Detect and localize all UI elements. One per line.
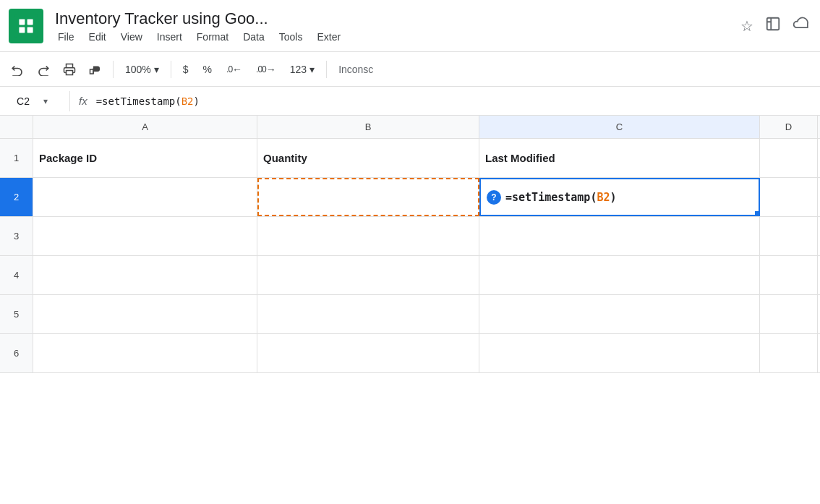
- decimal-increase-label: .00: [256, 64, 266, 74]
- formula-close: ): [194, 95, 200, 107]
- zoom-selector[interactable]: 100% ▾: [119, 62, 165, 77]
- drive-icon[interactable]: [765, 16, 781, 35]
- cell-c5[interactable]: [479, 295, 760, 333]
- percent-button[interactable]: %: [197, 58, 218, 81]
- fx-icon: fx: [76, 95, 90, 107]
- col-header-b[interactable]: B: [257, 116, 479, 138]
- formula-content[interactable]: =setTimestamp(B2): [96, 95, 814, 107]
- toolbar-divider-3: [326, 61, 327, 78]
- formula-bar: ▾ fx =setTimestamp(B2): [0, 87, 820, 116]
- title-icons: ☆: [740, 16, 811, 35]
- cell-ref-input[interactable]: [6, 95, 40, 107]
- decimal-decrease-label: .0: [226, 64, 232, 74]
- cell-b1-value: Quantity: [263, 152, 307, 164]
- cell-b2[interactable]: [257, 178, 479, 216]
- toolbar-divider-2: [171, 61, 171, 78]
- row-num-5[interactable]: 5: [0, 295, 33, 333]
- table-row: 4: [0, 256, 820, 295]
- col-header-a[interactable]: A: [33, 116, 257, 138]
- svg-rect-5: [767, 18, 780, 30]
- zoom-value: 100%: [125, 64, 151, 75]
- cell-c1-value: Last Modified: [485, 152, 555, 164]
- decimal-decrease-button[interactable]: .0 ←: [221, 58, 247, 81]
- spreadsheet: A B C D 1 Package ID Quantity Last Modif…: [0, 116, 820, 373]
- cell-b3[interactable]: [257, 217, 479, 255]
- currency-button[interactable]: $: [177, 58, 195, 81]
- svg-rect-6: [67, 70, 73, 74]
- menu-format[interactable]: Format: [191, 30, 234, 44]
- cell-c3[interactable]: [479, 217, 760, 255]
- cell-b5[interactable]: [257, 295, 479, 333]
- svg-rect-1: [19, 19, 25, 25]
- column-headers: A B C D: [0, 116, 820, 139]
- cell-c6[interactable]: [479, 334, 760, 372]
- cell-reference: ▾: [6, 95, 64, 107]
- cell-d6[interactable]: [760, 334, 818, 372]
- svg-rect-3: [19, 27, 25, 33]
- doc-title[interactable]: Inventory Tracker using Goo...: [52, 8, 732, 30]
- cell-ref-chevron-icon[interactable]: ▾: [43, 96, 48, 106]
- svg-rect-0: [14, 14, 38, 38]
- cell-c4[interactable]: [479, 256, 760, 294]
- cloud-icon[interactable]: [793, 16, 811, 35]
- decimal-increase-button[interactable]: .00 →: [250, 58, 281, 81]
- cell-d5[interactable]: [760, 295, 818, 333]
- more-formats-selector[interactable]: 123 ▾: [284, 62, 320, 77]
- toolbar-divider-1: [113, 61, 114, 78]
- cell-a1[interactable]: Package ID: [33, 139, 257, 177]
- col-header-c[interactable]: C: [479, 116, 760, 138]
- print-button[interactable]: [58, 58, 81, 81]
- cell-b1[interactable]: Quantity: [257, 139, 479, 177]
- cell-d2[interactable]: [760, 178, 818, 216]
- inconsistent-label: Inconsc: [338, 64, 373, 75]
- menu-tools[interactable]: Tools: [273, 30, 309, 44]
- star-icon[interactable]: ☆: [740, 17, 753, 35]
- cell-c2[interactable]: ? =setTimestamp(B2): [479, 178, 760, 216]
- title-area: Inventory Tracker using Goo... File Edit…: [52, 8, 732, 44]
- table-row: 3: [0, 217, 820, 256]
- cell-b4[interactable]: [257, 256, 479, 294]
- table-row: 5: [0, 295, 820, 334]
- cell-d3[interactable]: [760, 217, 818, 255]
- row-num-1[interactable]: 1: [0, 139, 33, 177]
- cell-a5[interactable]: [33, 295, 257, 333]
- undo-button[interactable]: [6, 58, 29, 81]
- cell-c1[interactable]: Last Modified: [479, 139, 760, 177]
- cell-a2[interactable]: [33, 178, 257, 216]
- menu-insert[interactable]: Insert: [151, 30, 188, 44]
- menu-extensions[interactable]: Exter: [311, 30, 346, 44]
- svg-rect-4: [27, 27, 33, 33]
- cell-d1[interactable]: [760, 139, 818, 177]
- row-num-2[interactable]: 2: [0, 178, 33, 216]
- menu-edit[interactable]: Edit: [83, 30, 112, 44]
- question-badge: ?: [487, 190, 501, 205]
- row-num-3[interactable]: 3: [0, 217, 33, 255]
- toolbar: 100% ▾ $ % .0 ← .00 → 123 ▾ Inconsc: [0, 52, 820, 87]
- menu-data[interactable]: Data: [237, 30, 270, 44]
- zoom-arrow-icon: ▾: [154, 64, 159, 75]
- cell-a3[interactable]: [33, 217, 257, 255]
- cell-c2-formula: =setTimestamp(B2): [505, 191, 617, 204]
- cell-a4[interactable]: [33, 256, 257, 294]
- table-row: 2 ? =setTimestamp(B2): [0, 178, 820, 217]
- formula-b2-ref: B2: [597, 191, 610, 204]
- cell-a6[interactable]: [33, 334, 257, 372]
- menu-bar: File Edit View Insert Format Data Tools …: [52, 30, 732, 44]
- redo-button[interactable]: [32, 58, 55, 81]
- more-formats-label: 123: [290, 64, 307, 75]
- col-header-d[interactable]: D: [760, 116, 818, 138]
- formula-prefix: =setTimestamp(: [96, 95, 181, 107]
- menu-file[interactable]: File: [52, 30, 80, 44]
- formula-bar-divider: [69, 91, 70, 111]
- cell-d4[interactable]: [760, 256, 818, 294]
- table-row: 1 Package ID Quantity Last Modified: [0, 139, 820, 178]
- table-row: 6: [0, 334, 820, 373]
- title-bar: Inventory Tracker using Goo... File Edit…: [0, 0, 820, 52]
- row-num-6[interactable]: 6: [0, 334, 33, 372]
- menu-view[interactable]: View: [115, 30, 148, 44]
- paint-format-button[interactable]: [84, 58, 107, 81]
- app-icon: [9, 9, 43, 43]
- row-num-4[interactable]: 4: [0, 256, 33, 294]
- cell-a1-value: Package ID: [39, 152, 97, 164]
- cell-b6[interactable]: [257, 334, 479, 372]
